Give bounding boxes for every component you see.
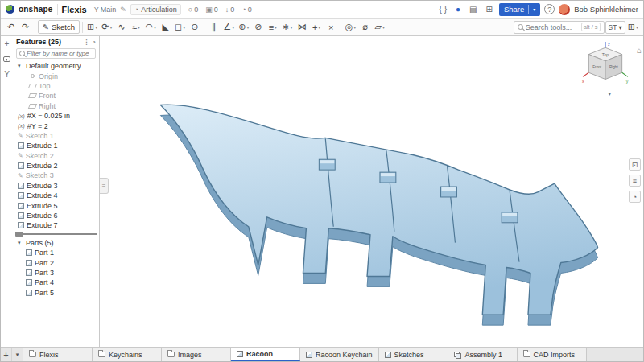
tab-flexis[interactable]: Flexis xyxy=(23,348,93,361)
feature-item-extrude4[interactable]: Extrude 4 xyxy=(13,191,99,200)
part-item-2[interactable]: Part 2 xyxy=(13,257,99,267)
counter-copies[interactable]: ▣ 0 xyxy=(205,6,218,14)
extrude-tool-button[interactable]: ⊞▾ xyxy=(85,20,99,35)
comments-icon[interactable] xyxy=(3,56,10,62)
raccoon-model[interactable] xyxy=(100,36,643,347)
linear-pattern-tool-button[interactable]: ≡▾ xyxy=(266,20,279,35)
feature-item-sketch1[interactable]: ✎ Sketch 1 xyxy=(13,131,99,141)
fillet-tool-button[interactable]: ◠▾ xyxy=(143,20,158,35)
isometric-view-button[interactable]: ⊡ xyxy=(629,158,641,171)
redo-button[interactable]: ↷ xyxy=(19,20,32,35)
feature-item-front-plane[interactable]: Front xyxy=(13,91,99,101)
feature-item-right-plane[interactable]: Right xyxy=(13,101,99,111)
plane-tool-button[interactable]: ▱▾ xyxy=(373,20,386,35)
counter-globe[interactable]: ○ 0 xyxy=(188,6,198,14)
part-item-1[interactable]: Part 1 xyxy=(13,248,99,257)
search-tools-input[interactable] xyxy=(526,23,579,31)
viewcube-right-label[interactable]: Right xyxy=(609,65,619,69)
share-caret-icon: ▾ xyxy=(533,6,535,12)
viewcube-front-label[interactable]: Front xyxy=(592,65,602,69)
view-cube[interactable]: Top Front Right x y z xyxy=(580,41,630,91)
counter-history[interactable]: ◔ 0 xyxy=(242,6,251,14)
undo-button[interactable]: ↶ xyxy=(4,20,18,35)
new-tab-button[interactable]: + xyxy=(1,348,12,361)
section-view-button[interactable]: ≡ xyxy=(629,175,641,187)
transform-tool-button[interactable]: +▾ xyxy=(310,20,324,35)
viewcube-menu-icon[interactable]: ▾ xyxy=(608,91,611,97)
feature-item-variable-x[interactable]: (x) #X = 0.025 in xyxy=(13,111,99,121)
features-history-icon[interactable]: ◔ xyxy=(92,39,96,46)
rail-select-icon[interactable]: + xyxy=(5,39,10,48)
sketch-button[interactable]: ✎ Sketch xyxy=(38,20,80,34)
tab-racoon-keychain[interactable]: Racoon Keychain xyxy=(300,348,379,361)
part-item-4[interactable]: Part 4 xyxy=(13,278,99,287)
feature-item-sketch3[interactable]: ✎ Sketch 3 xyxy=(13,171,99,180)
home-view-icon[interactable]: ⌂ xyxy=(637,46,642,55)
part-item-5[interactable]: Part 5 xyxy=(13,288,99,298)
loft-tool-button[interactable]: ≈▾ xyxy=(129,20,142,35)
tab-assembly-1[interactable]: Assembly 1 xyxy=(448,348,518,361)
part-item-3[interactable]: Part 3 xyxy=(13,268,99,278)
branch-selector[interactable]: Y Main xyxy=(94,6,117,14)
graphics-viewport[interactable]: Top Front Right x y z ⌂ ▾ ⊡ ≡ ◔ ≡ xyxy=(100,36,643,347)
viewcube-top-label[interactable]: Top xyxy=(602,52,609,57)
edit-document-icon[interactable]: ✎ xyxy=(120,6,126,14)
features-menu-icon[interactable]: ⋮ xyxy=(83,39,89,46)
shell-tool-button[interactable]: ◻▾ xyxy=(173,20,187,35)
feature-filter-input[interactable] xyxy=(27,50,94,57)
document-title[interactable]: Flexis xyxy=(62,5,87,14)
feature-item-extrude6[interactable]: Extrude 6 xyxy=(13,211,99,220)
parts-group-header[interactable]: ▾ Parts (5) xyxy=(13,238,99,248)
tab-racoon[interactable]: Racoon xyxy=(231,348,300,361)
feature-item-variable-y[interactable]: (x) #Y = 2 xyxy=(13,121,99,130)
feature-item-extrude3[interactable]: Extrude 3 xyxy=(13,181,99,191)
feature-item-extrude1[interactable]: Extrude 1 xyxy=(13,141,99,150)
hole-tool-button[interactable]: ⊙ xyxy=(188,20,201,35)
split-tool-button[interactable]: ⊘ xyxy=(251,20,265,35)
mirror-tool-button[interactable]: ⋈ xyxy=(295,20,309,35)
view-settings-button[interactable]: ⊞▾ xyxy=(626,20,640,35)
feature-item-origin[interactable]: Origin xyxy=(13,71,99,80)
feature-item-top-plane[interactable]: Top xyxy=(13,81,99,91)
boolean-tool-button[interactable]: ⊕▾ xyxy=(237,20,250,35)
search-tools-box[interactable]: alt / s xyxy=(514,21,605,34)
revolve-tool-button[interactable]: ⟳▾ xyxy=(100,20,114,35)
delete-tool-button[interactable]: × xyxy=(324,20,338,35)
feature-filter[interactable] xyxy=(16,48,96,59)
chevron-down-icon[interactable]: ▾ xyxy=(18,63,23,69)
shading-options-button[interactable]: ◔ xyxy=(629,191,641,203)
sweep-tool-button[interactable]: ∿ xyxy=(114,20,128,35)
rib-tool-button[interactable]: ∥ xyxy=(207,20,221,35)
tab-keychains[interactable]: Keychains xyxy=(93,348,162,361)
notifications-icon[interactable]: ● xyxy=(453,5,463,14)
measure-tool-button[interactable]: ◎▾ xyxy=(344,20,358,35)
onshape-logo-icon[interactable] xyxy=(6,5,14,14)
tab-cad-imports[interactable]: CAD Imports xyxy=(518,348,587,361)
user-avatar[interactable] xyxy=(559,4,570,15)
draft-tool-button[interactable]: ∠▾ xyxy=(221,20,236,35)
feature-item-extrude2[interactable]: Extrude 2 xyxy=(13,161,99,171)
versions-icon[interactable]: Y xyxy=(4,70,10,79)
feature-label: Front xyxy=(39,92,56,100)
panel-collapse-handle[interactable]: ≡ xyxy=(100,178,109,194)
feature-item-extrude7[interactable]: Extrude 7 xyxy=(13,220,99,230)
tab-sketches[interactable]: Sketches xyxy=(379,348,448,361)
chevron-down-icon[interactable]: ▾ xyxy=(18,240,23,246)
featurescript-icon[interactable]: { } xyxy=(437,5,449,14)
rollback-bar[interactable] xyxy=(15,233,97,235)
diameter-tool-button[interactable]: ⌀ xyxy=(358,20,372,35)
version-chip[interactable]: ◔ Articulation xyxy=(130,4,181,15)
tab-list-button[interactable]: ▾ xyxy=(12,348,23,361)
st-toggle-button[interactable]: ST ▾ xyxy=(605,21,625,34)
share-button[interactable]: Share ▾ xyxy=(499,3,540,16)
help-button[interactable]: ? xyxy=(544,4,555,14)
feature-item-default-geometry[interactable]: ▾ Default geometry xyxy=(13,61,99,71)
org-icon[interactable]: ▤ xyxy=(467,5,479,14)
feature-item-sketch2[interactable]: ✎ Sketch 2 xyxy=(13,151,99,161)
feature-item-extrude5[interactable]: Extrude 5 xyxy=(13,200,99,210)
circular-pattern-tool-button[interactable]: ∗▾ xyxy=(280,20,294,35)
chamfer-tool-button[interactable]: ◣ xyxy=(159,20,172,35)
tab-images[interactable]: Images xyxy=(162,348,231,361)
counter-imports[interactable]: ↓ 0 xyxy=(225,6,235,14)
apps-grid-icon[interactable]: ⊞ xyxy=(483,5,494,14)
